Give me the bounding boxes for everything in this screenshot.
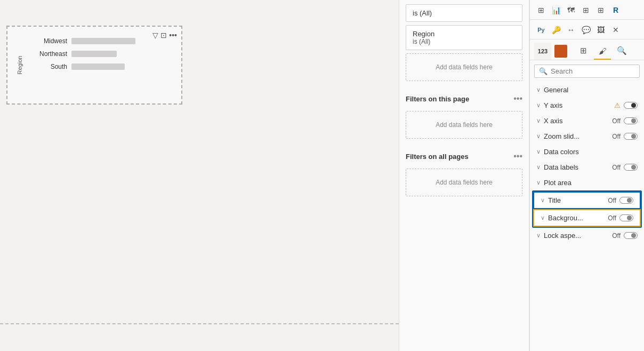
more-icon[interactable]: ••• (169, 31, 177, 39)
format-section-lock-aspect[interactable]: ∨ Lock aspe... Off (530, 228, 644, 243)
toggle-track (624, 232, 638, 239)
chevron-down-icon: ∨ (536, 179, 541, 186)
tab-format[interactable]: 🖌 (594, 43, 611, 60)
filter-card[interactable]: Region is (All) (406, 25, 522, 50)
format-section-title[interactable]: ∨ Title Off (533, 192, 641, 209)
format-section-plot-area[interactable]: ∨ Plot area (530, 175, 644, 190)
row-bar (71, 38, 135, 44)
format-item-left: ∨ Title (541, 196, 561, 204)
add-data-fields-visual[interactable]: Add data fields here (406, 53, 522, 81)
add-data-fields-page[interactable]: Add data fields here (406, 111, 522, 139)
canvas-area: ▽ ⊡ ••• Region Midwest Northeast South (0, 0, 399, 351)
format-section-general[interactable]: ∨ General (530, 82, 644, 98)
warning-icon: ⚠ (614, 101, 621, 109)
toggle-track (619, 197, 633, 204)
add-data-fields-all-pages[interactable]: Add data fields here (406, 169, 522, 196)
search-bar[interactable]: 🔍 (534, 65, 640, 78)
visual-widget[interactable]: ▽ ⊡ ••• Region Midwest Northeast South (6, 26, 182, 105)
zoom-slider-status: Off (612, 133, 621, 140)
search-input[interactable] (551, 67, 635, 75)
toggle-thumb (631, 165, 636, 170)
filters-panel: is (All) Region is (All) Add data fields… (399, 0, 529, 351)
chevron-down-icon: ∨ (536, 148, 541, 155)
grid-icon[interactable]: ⊞ (579, 3, 593, 17)
map-icon[interactable]: 🗺 (564, 3, 578, 17)
format-section-x-axis[interactable]: ∨ X axis Off (530, 113, 644, 129)
x-axis-label: X axis (544, 117, 562, 125)
format-tab-row: 123 ⊞ 🖌 🔍 (530, 39, 644, 60)
format-item-right: Off (612, 117, 638, 125)
format-section-data-labels[interactable]: ∨ Data labels Off (530, 159, 644, 175)
y-axis-toggle[interactable] (624, 102, 638, 109)
zoom-slider-toggle[interactable] (624, 133, 638, 140)
background-toggle[interactable] (619, 214, 633, 221)
filter-card-title: is (All) (413, 9, 516, 17)
filters-on-all-pages-more[interactable]: ••• (513, 151, 522, 161)
format-section-background[interactable]: ∨ Backgrou... Off (534, 210, 640, 226)
filter-card-region-title: Region (413, 30, 516, 38)
data-labels-status: Off (612, 164, 621, 171)
lock-aspect-toggle[interactable] (624, 232, 638, 239)
python-icon[interactable]: Py (534, 23, 548, 37)
visual-toolbar: ▽ ⊡ ••• (152, 31, 177, 39)
table-row: South (30, 63, 175, 70)
title-label: Title (548, 196, 561, 204)
format-section-zoom-slider[interactable]: ∨ Zoom slid... Off (530, 129, 644, 144)
matrix-icon[interactable]: ⊞ (594, 3, 608, 17)
chevron-down-icon: ∨ (541, 214, 545, 221)
chart-icon[interactable]: 📊 (549, 3, 563, 17)
filter-icon[interactable]: ▽ (152, 31, 158, 39)
data-labels-toggle[interactable] (624, 164, 638, 171)
expand-icon[interactable]: ⊡ (160, 31, 167, 39)
filters-on-page-header: Filters on this page ••• (399, 89, 529, 107)
tab-fields[interactable]: ⊞ (575, 43, 592, 60)
page-boundary-line (0, 323, 399, 324)
x-axis-toggle[interactable] (624, 117, 638, 124)
title-toggle[interactable] (619, 197, 633, 204)
toggle-thumb (627, 216, 632, 220)
chevron-down-icon: ∨ (536, 102, 541, 109)
lock-aspect-label: Lock aspe... (544, 232, 581, 240)
data-labels-label: Data labels (544, 163, 578, 171)
format-section-data-colors[interactable]: ∨ Data colors (530, 144, 644, 159)
table-icon[interactable]: ⊞ (534, 3, 548, 17)
general-label: General (544, 86, 568, 94)
zoom-slider-label: Zoom slid... (544, 132, 579, 140)
cancel-icon[interactable]: ✕ (609, 23, 623, 37)
filters-on-page-more[interactable]: ••• (513, 94, 522, 103)
format-section-y-axis[interactable]: ∨ Y axis ⚠ (530, 98, 644, 113)
format-item-left: ∨ Zoom slid... (536, 132, 579, 140)
image-icon[interactable]: 🖼 (594, 23, 608, 37)
r-icon[interactable]: R (609, 3, 623, 17)
sync-icon[interactable]: ↔ (564, 23, 578, 37)
plot-area-label: Plot area (544, 179, 571, 187)
format-icon-bar-row1: ⊞ 📊 🗺 ⊞ ⊞ R (530, 0, 644, 20)
filters-on-all-pages-header: Filters on all pages ••• (399, 146, 529, 164)
format-item-right: Off (612, 164, 638, 171)
format-item-left: ∨ General (536, 86, 568, 94)
background-status: Off (608, 214, 616, 222)
visual-rows: Midwest Northeast South (30, 37, 175, 70)
format-panel: ⊞ 📊 🗺 ⊞ ⊞ R Py 🔑 ↔ 💬 🖼 ✕ 123 ⊞ 🖌 🔍 🔍 ∨ G… (529, 0, 644, 351)
filters-on-visual-section: is (All) Region is (All) Add data fields… (399, 0, 529, 89)
filter-card[interactable]: is (All) (406, 4, 522, 22)
tab-123[interactable]: 123 (534, 43, 551, 60)
row-label: Midwest (30, 37, 67, 45)
toggle-track (619, 214, 633, 221)
format-item-left: ∨ X axis (536, 117, 562, 125)
toggle-track (624, 102, 638, 109)
toggle-track (624, 117, 638, 124)
y-axis-label: Y axis (544, 101, 562, 109)
format-item-right: Off (608, 197, 633, 204)
lock-aspect-status: Off (612, 232, 621, 240)
data-colors-label: Data colors (544, 148, 579, 156)
chevron-down-icon: ∨ (536, 133, 541, 140)
key-icon[interactable]: 🔑 (549, 23, 563, 37)
chat-icon[interactable]: 💬 (579, 23, 593, 37)
title-status: Off (608, 197, 616, 204)
filter-card-region-value: is (All) (413, 38, 516, 45)
format-item-right: Off (612, 133, 638, 140)
tab-analytics[interactable]: 🔍 (613, 43, 630, 60)
row-bar (71, 63, 125, 70)
format-item-left: ∨ Plot area (536, 179, 571, 187)
